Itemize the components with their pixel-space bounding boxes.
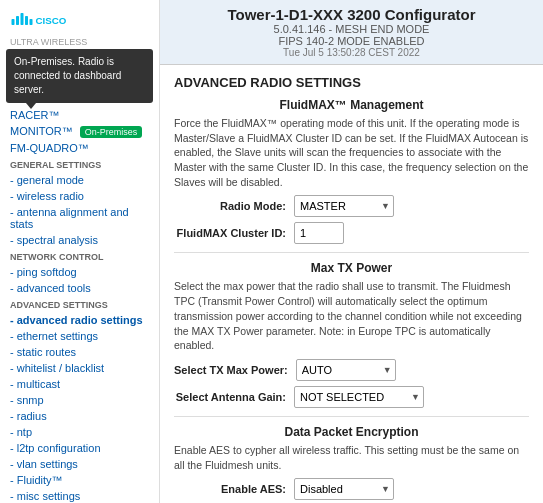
antenna-gain-label: Select Antenna Gain: [174, 391, 294, 403]
section-title: ADVANCED RADIO SETTINGS [174, 75, 529, 90]
sidebar-item-radius[interactable]: - radius [0, 408, 159, 424]
aes-select-wrapper[interactable]: Disabled Enabled ▼ [294, 478, 394, 500]
sidebar-item-static[interactable]: - static routes [0, 344, 159, 360]
divider-1 [174, 252, 529, 253]
divider-2 [174, 416, 529, 417]
sidebar-item-vlan[interactable]: - vlan settings [0, 456, 159, 472]
radio-mode-select-wrapper[interactable]: MASTER SLAVE AUTO ▼ [294, 195, 394, 217]
encryption-description: Enable AES to cypher all wireless traffi… [174, 443, 529, 472]
aes-row: Enable AES: Disabled Enabled ▼ [174, 478, 529, 500]
aes-select[interactable]: Disabled Enabled [294, 478, 394, 500]
antenna-gain-row: Select Antenna Gain: NOT SELECTED 5 dBi … [174, 386, 529, 408]
header-fips: FIPS 140-2 MODE ENABLED [172, 35, 531, 47]
svg-rect-2 [21, 13, 24, 25]
tx-power-description: Select the max power that the radio shal… [174, 279, 529, 352]
on-premises-badge: On-Premises [80, 126, 143, 138]
antenna-gain-wrapper[interactable]: NOT SELECTED 5 dBi 9 dBi ▼ [294, 386, 424, 408]
cluster-id-row: FluidMAX Cluster ID: [174, 222, 529, 244]
header-title: Tower-1-D1-XXX 3200 Configurator [172, 6, 531, 23]
sidebar-item-multicast[interactable]: - multicast [0, 376, 159, 392]
antenna-gain-select[interactable]: NOT SELECTED 5 dBi 9 dBi [294, 386, 424, 408]
sidebar-item-racer[interactable]: RACER™ [0, 107, 159, 123]
svg-rect-4 [30, 19, 33, 25]
svg-text:CISCO: CISCO [36, 15, 67, 26]
sidebar-item-ntp[interactable]: - ntp [0, 424, 159, 440]
sidebar-item-wireless-radio[interactable]: - wireless radio [0, 188, 159, 204]
radio-mode-row: Radio Mode: MASTER SLAVE AUTO ▼ [174, 195, 529, 217]
sidebar-item-snmp[interactable]: - snmp [0, 392, 159, 408]
main-content: Tower-1-D1-XXX 3200 Configurator 5.0.41.… [160, 0, 543, 503]
sidebar-item-fluidity[interactable]: - Fluidity™ [0, 472, 159, 488]
sidebar: CISCO ULTRA WIRELESS On-Premises. Radio … [0, 0, 160, 503]
fluidmax-description: Force the FluidMAX™ operating mode of th… [174, 116, 529, 189]
tx-power-title: Max TX Power [174, 261, 529, 275]
sidebar-item-quadro[interactable]: FM-QUADRO™ [0, 140, 159, 156]
sidebar-item-misc[interactable]: - misc settings [0, 488, 159, 503]
tooltip-box: On-Premises. Radio is connected to dashb… [6, 49, 153, 103]
fluidmax-title: FluidMAX™ Management [174, 98, 529, 112]
cluster-id-label: FluidMAX Cluster ID: [174, 227, 294, 239]
sidebar-nav: RACER™ MONITOR™ On-Premises FM-QUADRO™ [0, 107, 159, 156]
header-version: 5.0.41.146 - MESH END MODE [172, 23, 531, 35]
general-settings-label: GENERAL SETTINGS [0, 156, 159, 172]
aes-label: Enable AES: [174, 483, 294, 495]
advanced-settings-label: ADVANCED SETTINGS [0, 296, 159, 312]
sidebar-item-antenna[interactable]: - antenna alignment and stats [0, 204, 159, 232]
sidebar-item-ping[interactable]: - ping softdog [0, 264, 159, 280]
select-tx-row: Select TX Max Power: AUTO 10 dBm 15 dBm … [174, 359, 529, 381]
sidebar-item-spectral[interactable]: - spectral analysis [0, 232, 159, 248]
sidebar-item-advanced-tools[interactable]: - advanced tools [0, 280, 159, 296]
select-tx-label: Select TX Max Power: [174, 364, 296, 376]
radio-mode-label: Radio Mode: [174, 200, 294, 212]
sidebar-item-ethernet[interactable]: - ethernet settings [0, 328, 159, 344]
sidebar-item-general-mode[interactable]: - general mode [0, 172, 159, 188]
cluster-id-input[interactable] [294, 222, 344, 244]
header-date: Tue Jul 5 13:50:28 CEST 2022 [172, 47, 531, 58]
sidebar-item-l2tp[interactable]: - l2tp configuration [0, 440, 159, 456]
sidebar-item-monitor[interactable]: MONITOR™ On-Premises [0, 123, 159, 140]
select-tx-wrapper[interactable]: AUTO 10 dBm 15 dBm 20 dBm ▼ [296, 359, 396, 381]
radio-mode-select[interactable]: MASTER SLAVE AUTO [294, 195, 394, 217]
svg-rect-3 [25, 16, 28, 25]
svg-rect-0 [12, 19, 15, 25]
select-tx-select[interactable]: AUTO 10 dBm 15 dBm 20 dBm [296, 359, 396, 381]
sidebar-item-advanced-radio[interactable]: - advanced radio settings [0, 312, 159, 328]
svg-rect-1 [16, 16, 19, 25]
cisco-logo: CISCO [0, 0, 159, 37]
sidebar-item-whitelist[interactable]: - whitelist / blacklist [0, 360, 159, 376]
header: Tower-1-D1-XXX 3200 Configurator 5.0.41.… [160, 0, 543, 65]
encryption-title: Data Packet Encryption [174, 425, 529, 439]
network-control-label: NETWORK CONTROL [0, 248, 159, 264]
content-area: ADVANCED RADIO SETTINGS FluidMAX™ Manage… [160, 65, 543, 503]
ultra-label: ULTRA WIRELESS [0, 37, 159, 49]
